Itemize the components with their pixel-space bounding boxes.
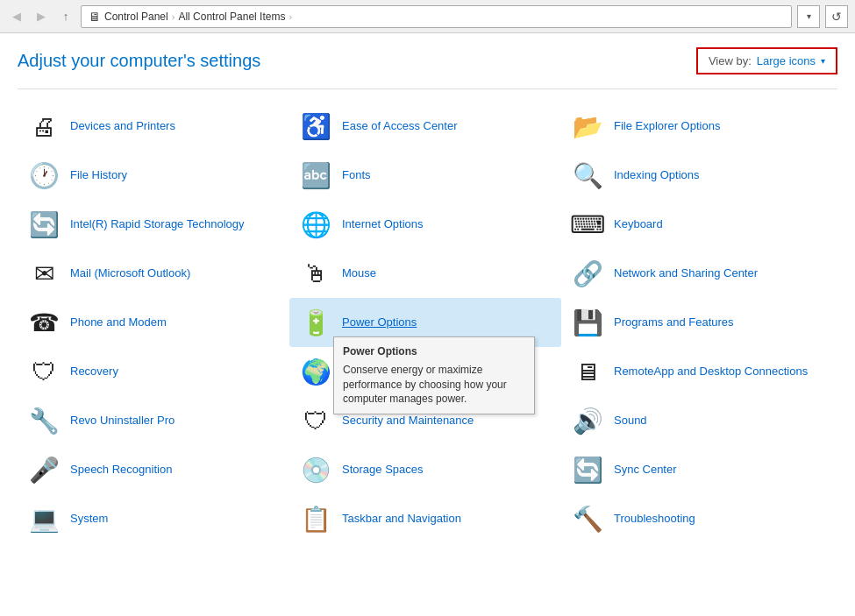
power-options-icon: 🔋 (298, 305, 333, 340)
mouse-icon: 🖱 (298, 256, 333, 291)
ease-of-access-icon: ♿ (298, 109, 333, 144)
view-by-value[interactable]: Large icons (757, 54, 816, 67)
troubleshoot-label: Troubleshooting (614, 512, 695, 527)
view-by-box: View by: Large icons ▾ (696, 47, 837, 74)
tooltip-body: Conserve energy or maximize performance … (343, 363, 525, 407)
intel-rapid-label: Intel(R) Rapid Storage Technology (70, 217, 245, 232)
security-maintenance-label: Security and Maintenance (342, 414, 474, 428)
item-system[interactable]: 💻System (18, 494, 289, 543)
troubleshoot-icon: 🔨 (570, 501, 605, 536)
sync-label: Sync Center (614, 463, 677, 478)
taskbar-icon: 📋 (298, 501, 333, 536)
devices-printers-icon: 🖨 (26, 109, 61, 144)
item-revo[interactable]: 🔧Revo Uninstaller Pro (18, 396, 289, 445)
sound-icon: 🔊 (570, 403, 605, 438)
power-options-label: Power Options (342, 315, 417, 330)
main-content: Adjust your computer's settings View by:… (0, 33, 855, 557)
revo-icon: 🔧 (26, 403, 61, 438)
address-bar: ◀ ▶ ↑ 🖥 Control Panel › All Control Pane… (0, 0, 855, 33)
intel-rapid-icon: 🔄 (26, 207, 61, 242)
item-ease-of-access[interactable]: ♿Ease of Access Center (289, 102, 561, 151)
phone-modem-label: Phone and Modem (70, 315, 167, 330)
storage-icon: 💿 (298, 452, 333, 487)
item-programs-features[interactable]: 💾Programs and Features (561, 298, 833, 347)
revo-label: Revo Uninstaller Pro (70, 414, 175, 428)
mail-icon: ✉ (26, 256, 61, 291)
item-sync[interactable]: 🔄Sync Center (561, 445, 833, 494)
forward-button[interactable]: ▶ (32, 7, 51, 26)
region-icon: 🌍 (298, 354, 333, 389)
address-box[interactable]: 🖥 Control Panel › All Control Panel Item… (81, 5, 792, 28)
item-phone-modem[interactable]: ☎Phone and Modem (18, 298, 289, 347)
storage-label: Storage Spaces (342, 463, 424, 478)
item-mouse[interactable]: 🖱Mouse (289, 249, 561, 298)
keyboard-label: Keyboard (614, 217, 663, 232)
mouse-label: Mouse (342, 266, 376, 281)
item-sound[interactable]: 🔊Sound (561, 396, 833, 445)
item-intel-rapid[interactable]: 🔄Intel(R) Rapid Storage Technology (18, 200, 289, 249)
ease-of-access-label: Ease of Access Center (342, 119, 458, 134)
item-devices-printers[interactable]: 🖨Devices and Printers (18, 102, 289, 151)
item-troubleshoot[interactable]: 🔨Troubleshooting (561, 494, 833, 543)
item-file-history[interactable]: 🕐File History (18, 151, 289, 200)
fonts-icon: 🔤 (298, 158, 333, 193)
indexing-options-label: Indexing Options (614, 168, 700, 183)
file-explorer-options-icon: 📂 (570, 109, 605, 144)
item-taskbar[interactable]: 📋Taskbar and Navigation (289, 494, 561, 543)
item-keyboard[interactable]: ⌨Keyboard (561, 200, 833, 249)
power-options-tooltip: Power OptionsConserve energy or maximize… (333, 336, 535, 414)
item-network-sharing[interactable]: 🔗Network and Sharing Center (561, 249, 833, 298)
remoteapp-icon: 🖥 (570, 354, 605, 389)
file-history-label: File History (70, 168, 127, 183)
item-internet-options[interactable]: 🌐Internet Options (289, 200, 561, 249)
breadcrumb-all: All Control Panel Items (178, 11, 285, 23)
item-fonts[interactable]: 🔤Fonts (289, 151, 561, 200)
devices-printers-label: Devices and Printers (70, 119, 175, 134)
file-history-icon: 🕐 (26, 158, 61, 193)
mail-label: Mail (Microsoft Outlook) (70, 266, 190, 281)
system-label: System (70, 512, 108, 527)
page-title: Adjust your computer's settings (18, 51, 260, 71)
internet-options-icon: 🌐 (298, 207, 333, 242)
network-sharing-icon: 🔗 (570, 256, 605, 291)
header-row: Adjust your computer's settings View by:… (18, 47, 837, 74)
remoteapp-label: RemoteApp and Desktop Connections (614, 365, 808, 379)
speech-icon: 🎤 (26, 452, 61, 487)
item-recovery[interactable]: 🛡Recovery (18, 347, 289, 396)
fonts-label: Fonts (342, 168, 371, 183)
pc-icon: 🖥 (89, 10, 101, 24)
sound-label: Sound (614, 414, 647, 428)
phone-modem-icon: ☎ (26, 305, 61, 340)
recovery-label: Recovery (70, 365, 118, 379)
recovery-icon: 🛡 (26, 354, 61, 389)
system-icon: 💻 (26, 501, 61, 536)
keyboard-icon: ⌨ (570, 207, 605, 242)
speech-label: Speech Recognition (70, 463, 172, 478)
internet-options-label: Internet Options (342, 217, 424, 232)
address-dropdown[interactable]: ▾ (797, 5, 820, 28)
chevron-down-icon[interactable]: ▾ (821, 56, 825, 66)
up-button[interactable]: ↑ (56, 7, 75, 26)
items-grid: 🖨Devices and Printers♿Ease of Access Cen… (18, 102, 837, 543)
sync-icon: 🔄 (570, 452, 605, 487)
item-file-explorer-options[interactable]: 📂File Explorer Options (561, 102, 833, 151)
item-power-options[interactable]: 🔋Power Options⬆Power OptionsConserve ene… (289, 298, 561, 347)
item-indexing-options[interactable]: 🔍Indexing Options (561, 151, 833, 200)
breadcrumb-cp: Control Panel (104, 11, 168, 23)
divider (18, 89, 837, 89)
item-remoteapp[interactable]: 🖥RemoteApp and Desktop Connections (561, 347, 833, 396)
back-button[interactable]: ◀ (7, 7, 26, 26)
network-sharing-label: Network and Sharing Center (614, 266, 758, 281)
file-explorer-options-label: File Explorer Options (614, 119, 720, 134)
security-maintenance-icon: 🛡 (298, 403, 333, 438)
programs-features-label: Programs and Features (614, 315, 734, 330)
view-by-label: View by: (709, 54, 752, 67)
item-speech[interactable]: 🎤Speech Recognition (18, 445, 289, 494)
tooltip-title: Power Options (343, 344, 525, 359)
refresh-button[interactable]: ↺ (825, 5, 848, 28)
indexing-options-icon: 🔍 (570, 158, 605, 193)
taskbar-label: Taskbar and Navigation (342, 512, 461, 527)
item-mail[interactable]: ✉Mail (Microsoft Outlook) (18, 249, 289, 298)
programs-features-icon: 💾 (570, 305, 605, 340)
item-storage[interactable]: 💿Storage Spaces (289, 445, 561, 494)
